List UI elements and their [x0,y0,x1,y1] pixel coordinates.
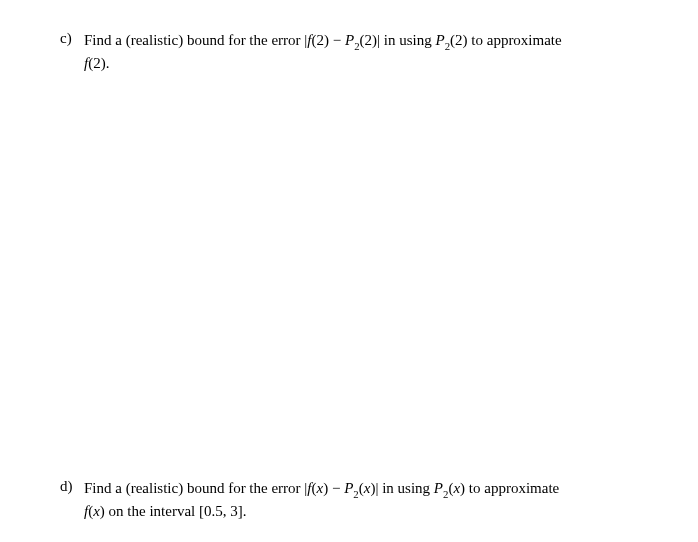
subscript: 2 [445,40,450,52]
text: Find a (realistic) bound for the error | [84,480,307,496]
text: Find a (realistic) bound for the error | [84,32,307,48]
text: (2). [88,55,109,71]
subscript: 2 [354,40,359,52]
math-P: P [345,32,354,48]
text: (2) to approximate [450,32,562,48]
item-content-d: Find a (realistic) bound for the error |… [84,478,650,521]
math-P: P [344,480,353,496]
math-P: P [435,32,444,48]
subscript: 2 [443,488,448,500]
text: ) on the interval [0.5, 3]. [100,503,247,519]
text: ) to approximate [460,480,559,496]
math-x: x [93,503,100,519]
item-label-d: d) [60,478,84,495]
item-content-c: Find a (realistic) bound for the error |… [84,30,650,73]
math-P: P [434,480,443,496]
item-label-c: c) [60,30,84,47]
text: )| in using [370,480,433,496]
text: (2) − [312,32,345,48]
problem-item-d: d) Find a (realistic) bound for the erro… [60,478,650,521]
subscript: 2 [353,488,358,500]
text: (2)| in using [360,32,436,48]
problem-item-c: c) Find a (realistic) bound for the erro… [60,30,650,73]
text: ) − [323,480,344,496]
